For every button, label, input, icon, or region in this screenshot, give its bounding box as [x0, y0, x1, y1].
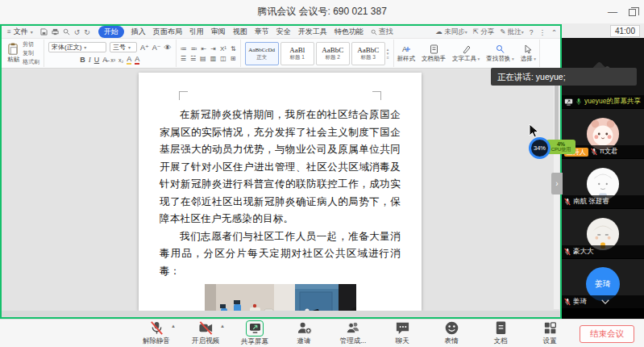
- tab-section[interactable]: 章节: [255, 27, 269, 37]
- style-normal[interactable]: AaBbCcDd 正文: [245, 42, 279, 65]
- save-icon[interactable]: [40, 28, 48, 36]
- grow-font-button[interactable]: A⁺: [140, 44, 149, 52]
- format-painter-button[interactable]: 格式刷: [23, 58, 39, 66]
- tab-insert[interactable]: 插入: [131, 27, 146, 37]
- participant-name: π文君: [600, 147, 618, 157]
- bullet-list-icon[interactable]: ≔: [181, 45, 187, 52]
- indent-increase-icon[interactable]: ⇥: [210, 45, 216, 52]
- share-screen-button[interactable]: 共享屏幕: [237, 320, 272, 347]
- collapse-ribbon-icon[interactable]: ⌃: [551, 28, 557, 36]
- strikethrough-button[interactable]: A̶: [102, 56, 107, 64]
- shrink-font-button[interactable]: A⁻: [152, 44, 161, 52]
- more-participants-chevron[interactable]: [600, 299, 610, 305]
- end-meeting-button[interactable]: 结束会议: [580, 325, 634, 343]
- photo-spraying-door: [295, 284, 356, 311]
- mic-options-caret[interactable]: ▲: [171, 324, 176, 328]
- redo-icon[interactable]: ↻: [84, 28, 90, 36]
- participant-name: yueyue的屏幕共享: [584, 97, 641, 107]
- document-canvas[interactable]: 在新冠肺炎疫情期间，我所在的社区结合原国企家属区的实际情况，充分发挥了社会主义制…: [2, 69, 560, 317]
- emoji-button[interactable]: 表情: [434, 320, 469, 346]
- align-left-icon[interactable]: ☰: [181, 55, 186, 62]
- docs-button[interactable]: 文档: [483, 320, 518, 346]
- comment-button[interactable]: ✎ 批注▾: [500, 27, 524, 37]
- tab-references[interactable]: 引用: [189, 27, 204, 37]
- mic-muted-icon: [564, 198, 571, 206]
- select-button[interactable]: 选择 ▾: [521, 44, 536, 63]
- screen-share-icon: [249, 323, 261, 333]
- highlight-color-button[interactable]: A: [127, 55, 131, 65]
- text-direction-icon[interactable]: X¹: [220, 45, 226, 52]
- style-heading1[interactable]: AaBl 标题 1: [280, 42, 314, 65]
- camera-options-caret[interactable]: ▲: [220, 324, 225, 328]
- shading-icon[interactable]: ◫: [220, 55, 226, 62]
- minimize-icon[interactable]: —: [608, 6, 617, 18]
- participant-name: 姜琦: [573, 297, 587, 307]
- tile-haodada[interactable]: 豪大大: [562, 209, 644, 259]
- tile-jiangqi[interactable]: 姜琦 姜琦: [562, 259, 644, 309]
- mic-on-icon: [575, 98, 582, 106]
- tab-security[interactable]: 安全: [276, 27, 291, 37]
- tab-page-layout[interactable]: 页面布局: [153, 27, 182, 37]
- doc-assistant-button[interactable]: 文档助手: [422, 44, 446, 63]
- search-label: 查找: [379, 27, 393, 37]
- tab-view[interactable]: 视图: [233, 27, 247, 37]
- wps-bottom-strip: [2, 311, 560, 317]
- ribbon-search[interactable]: 查找: [371, 27, 393, 37]
- tools-group: A 新样式 文档助手 文字工具 ▾ 查找替换 ▾ 选择 ▾: [394, 40, 540, 67]
- mic-muted-icon: [149, 320, 164, 336]
- undo-icon[interactable]: ↺: [74, 28, 81, 36]
- copy-button[interactable]: 复制: [23, 49, 39, 57]
- tab-review[interactable]: 审阅: [211, 27, 226, 37]
- clear-format-button[interactable]: 👁: [164, 44, 172, 52]
- restore-icon[interactable]: [629, 9, 636, 16]
- paste-button[interactable]: 粘贴: [7, 43, 19, 64]
- superscript-button[interactable]: x²: [110, 57, 115, 63]
- tab-dev-tools[interactable]: 开发工具: [298, 27, 327, 37]
- document-page[interactable]: 在新冠肺炎疫情期间，我所在的社区结合原国企家属区的实际情况，充分发挥了社会主义制…: [139, 73, 422, 311]
- cloud-sync-status[interactable]: ☁ 未同步▾: [435, 27, 467, 37]
- invite-button[interactable]: 邀请: [286, 320, 322, 346]
- wps-tab-row: ≡ 文件 ▾ ↺ ↻ 开始 插入 页面布局 引用 审阅 视图 章节 安全 开发工…: [2, 26, 560, 39]
- paste-icon: [7, 43, 19, 56]
- photo-disinfectant-supplies: [205, 284, 295, 311]
- bold-button[interactable]: B: [80, 56, 85, 64]
- manage-members-button[interactable]: 管理成...: [335, 320, 371, 346]
- sidebar-expand-handle[interactable]: ›: [551, 173, 563, 194]
- italic-button[interactable]: I: [89, 56, 91, 64]
- style-heading3[interactable]: AaBbC 标题 3: [351, 42, 385, 65]
- help-icon[interactable]: ?: [530, 28, 534, 36]
- more-options-icon[interactable]: ⋮: [538, 28, 546, 36]
- preview-icon[interactable]: [63, 28, 70, 36]
- align-justify-icon[interactable]: ▤: [200, 55, 206, 62]
- chat-button[interactable]: 聊天: [384, 320, 420, 346]
- unmute-button[interactable]: 解除静音 ▲: [139, 320, 174, 346]
- print-icon[interactable]: [52, 28, 59, 36]
- settings-button[interactable]: 设置: [532, 320, 567, 346]
- border-icon[interactable]: ⊞: [231, 55, 236, 62]
- align-center-icon[interactable]: ☱: [190, 55, 196, 62]
- tab-special-features[interactable]: 特色功能: [334, 27, 364, 37]
- font-size-select[interactable]: 三号▾: [110, 42, 137, 52]
- share-doc-button[interactable]: ⇱ 分享: [473, 27, 494, 37]
- file-menu[interactable]: ≡ 文件 ▾: [5, 27, 35, 37]
- gallery-scroll-icons[interactable]: ▴▾≡: [387, 48, 389, 60]
- style-heading2[interactable]: AaBbC 标题 2: [316, 42, 350, 65]
- start-video-button[interactable]: 开启视频 ▲: [188, 320, 223, 346]
- font-color-button[interactable]: A: [135, 55, 139, 65]
- new-style-button[interactable]: A 新样式: [397, 44, 416, 63]
- file-menu-label: 文件: [14, 27, 28, 37]
- number-list-icon[interactable]: ≕: [191, 45, 197, 52]
- sort-icon[interactable]: ⇅: [231, 45, 236, 52]
- underline-button[interactable]: U: [94, 56, 100, 64]
- font-name-select[interactable]: 宋体(正文)▾: [48, 42, 106, 52]
- subscript-button[interactable]: x₂: [118, 57, 123, 63]
- cut-button[interactable]: 剪切: [23, 40, 39, 48]
- tile-nanhang[interactable]: 南航 张超睿: [562, 159, 644, 209]
- indent-decrease-icon[interactable]: ⇤: [202, 45, 207, 52]
- scrollbar-thumb[interactable]: [555, 76, 559, 144]
- line-spacing-icon[interactable]: ▥: [210, 55, 217, 62]
- find-replace-button[interactable]: 查找替换 ▾: [486, 44, 513, 63]
- find-replace-icon: [496, 44, 505, 54]
- tab-home[interactable]: 开始: [98, 26, 124, 38]
- text-tools-button[interactable]: 文字工具 ▾: [452, 44, 480, 63]
